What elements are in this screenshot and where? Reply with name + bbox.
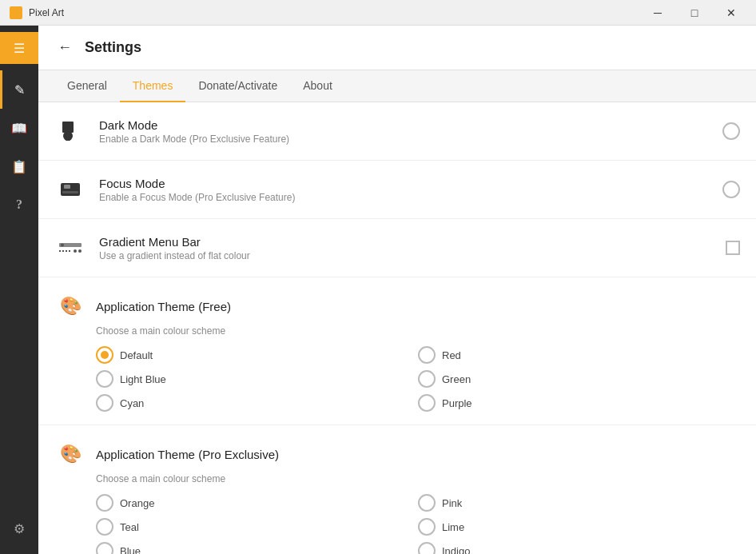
gradient-menu-text: Gradient Menu Bar Use a gradient instead… [99, 235, 713, 261]
theme-option-purple[interactable]: Purple [418, 394, 740, 412]
focus-mode-radio[interactable] [722, 181, 740, 198]
maximize-button[interactable]: □ [676, 0, 713, 26]
app-theme-free-section: 🎨 Application Theme (Free) Choose a main… [38, 277, 756, 425]
app-theme-free-icon: 🎨 [54, 290, 86, 322]
tab-donate[interactable]: Donate/Activate [185, 70, 290, 102]
theme-label-purple: Purple [442, 397, 498, 409]
back-button[interactable]: ← [54, 36, 75, 59]
sidebar-item-book[interactable]: 📖 [0, 109, 38, 147]
theme-label-pink: Pink [442, 497, 498, 509]
theme-radio-cyan[interactable] [96, 394, 113, 412]
list-icon: 📋 [11, 159, 27, 174]
focus-mode-name: Focus Mode [99, 177, 710, 190]
theme-option-red[interactable]: Red [418, 346, 740, 364]
theme-option-green[interactable]: Green [418, 370, 740, 388]
theme-label-lime: Lime [442, 521, 498, 533]
app-theme-pro-grid: Orange Pink Teal Lime [96, 494, 740, 554]
focus-mode-desc: Enable a Focus Mode (Pro Exclusive Featu… [99, 192, 710, 203]
gradient-menu-checkbox[interactable] [726, 241, 740, 255]
app-title: Pixel Art [29, 7, 64, 18]
app-theme-pro-section: 🎨 Application Theme (Pro Exclusive) Choo… [38, 425, 756, 554]
svg-point-10 [78, 249, 82, 253]
settings-title: Settings [85, 39, 141, 56]
theme-radio-blue[interactable] [96, 542, 113, 554]
theme-option-lime[interactable]: Lime [418, 518, 740, 536]
svg-point-7 [61, 244, 64, 247]
theme-label-teal: Teal [120, 521, 176, 533]
dark-mode-name: Dark Mode [99, 118, 710, 132]
theme-radio-default[interactable] [96, 346, 113, 364]
settings-icon: ⚙ [14, 521, 25, 536]
tab-general[interactable]: General [54, 70, 120, 102]
gradient-menu-icon [54, 232, 86, 264]
gradient-menu-control[interactable] [726, 241, 740, 255]
close-button[interactable]: ✕ [713, 0, 750, 26]
sidebar: ☰ ✎ 📖 📋 ? ⚙ [0, 26, 38, 554]
gradient-menu-name: Gradient Menu Bar [99, 235, 713, 249]
app-theme-pro-icon: 🎨 [54, 438, 86, 470]
theme-radio-red[interactable] [418, 346, 436, 364]
dark-mode-text: Dark Mode Enable a Dark Mode (Pro Exclus… [99, 118, 710, 145]
app-theme-free-header: 🎨 Application Theme (Free) [54, 290, 740, 322]
theme-option-cyan[interactable]: Cyan [96, 394, 418, 412]
sidebar-item-list[interactable]: 📋 [0, 147, 38, 185]
title-bar: Pixel Art ─ □ ✕ [0, 0, 756, 26]
theme-option-pink[interactable]: Pink [418, 494, 740, 512]
sidebar-item-help[interactable]: ? [0, 185, 38, 224]
sidebar-item-edit[interactable]: ✎ [0, 70, 38, 109]
app-theme-free-grid: Default Red Light Blue Green [96, 346, 740, 418]
app-theme-free-desc: Choose a main colour scheme [96, 325, 740, 337]
theme-radio-orange[interactable] [96, 494, 113, 512]
app-theme-free-title: Application Theme (Free) [96, 300, 231, 313]
theme-radio-green[interactable] [418, 370, 436, 388]
sidebar-bottom: ⚙ [0, 509, 38, 554]
svg-rect-5 [62, 191, 78, 193]
theme-radio-purple[interactable] [418, 394, 436, 412]
theme-label-default: Default [120, 349, 176, 361]
dark-mode-icon [54, 115, 86, 147]
theme-radio-lightblue[interactable] [96, 370, 113, 388]
title-bar-left: Pixel Art [10, 6, 64, 19]
gradient-menu-desc: Use a gradient instead of flat colour [99, 250, 713, 261]
theme-option-default[interactable]: Default [96, 346, 418, 364]
theme-radio-indigo[interactable] [418, 542, 436, 554]
dark-mode-control[interactable] [722, 122, 740, 140]
theme-option-lightblue[interactable]: Light Blue [96, 370, 418, 388]
content-area: ← Settings General Themes Donate/Activat… [38, 26, 756, 554]
focus-mode-text: Focus Mode Enable a Focus Mode (Pro Excl… [99, 177, 710, 203]
svg-point-9 [74, 249, 77, 253]
tabs: General Themes Donate/Activate About [38, 70, 756, 102]
tab-about[interactable]: About [290, 70, 345, 102]
book-icon: 📖 [11, 121, 27, 136]
app-theme-free-title-group: Application Theme (Free) [96, 300, 231, 313]
theme-option-orange[interactable]: Orange [96, 494, 418, 512]
sidebar-item-settings[interactable]: ⚙ [0, 509, 38, 548]
theme-label-blue: Blue [120, 545, 176, 555]
theme-radio-lime[interactable] [418, 518, 436, 536]
gradient-menu-row: Gradient Menu Bar Use a gradient instead… [38, 219, 756, 277]
edit-icon: ✎ [14, 82, 25, 98]
theme-option-teal[interactable]: Teal [96, 518, 418, 536]
window-controls: ─ □ ✕ [639, 0, 750, 26]
minimize-button[interactable]: ─ [639, 0, 676, 26]
focus-mode-control[interactable] [722, 181, 740, 198]
app-theme-pro-header: 🎨 Application Theme (Pro Exclusive) [54, 438, 740, 470]
theme-label-red: Red [442, 349, 498, 361]
theme-radio-teal[interactable] [96, 518, 113, 536]
theme-label-cyan: Cyan [120, 397, 176, 409]
svg-rect-3 [61, 183, 80, 196]
hamburger-icon: ☰ [14, 41, 25, 56]
theme-label-indigo: Indigo [442, 545, 498, 555]
theme-label-lightblue: Light Blue [120, 373, 176, 385]
theme-option-indigo[interactable]: Indigo [418, 542, 740, 554]
theme-radio-pink[interactable] [418, 494, 436, 512]
app-icon [10, 6, 22, 19]
dark-mode-desc: Enable a Dark Mode (Pro Exclusive Featur… [99, 134, 710, 145]
app-body: ☰ ✎ 📖 📋 ? ⚙ ← Settings General Theme [0, 26, 756, 554]
dark-mode-radio[interactable] [722, 122, 740, 140]
theme-option-blue[interactable]: Blue [96, 542, 418, 554]
tab-themes[interactable]: Themes [120, 70, 186, 102]
sidebar-hamburger[interactable]: ☰ [0, 32, 38, 64]
settings-header: ← Settings [38, 26, 756, 70]
focus-mode-row: Focus Mode Enable a Focus Mode (Pro Excl… [38, 161, 756, 219]
